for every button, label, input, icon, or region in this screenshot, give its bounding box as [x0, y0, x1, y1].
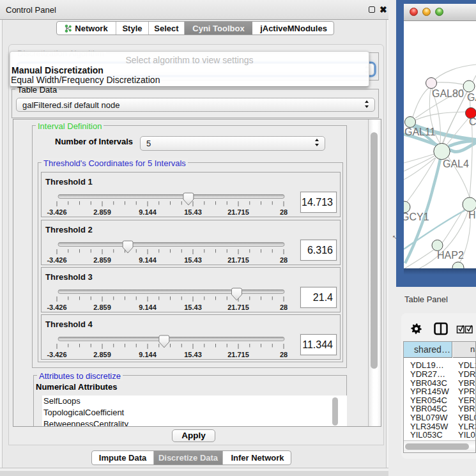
- svg-text:-3.426: -3.426: [47, 351, 66, 358]
- svg-text:2.859: 2.859: [93, 256, 111, 264]
- svg-text:GA: GA: [467, 92, 476, 103]
- svg-text:21.715: 21.715: [227, 208, 249, 216]
- svg-text:9.144: 9.144: [139, 303, 157, 311]
- svg-text:GAL11: GAL11: [404, 127, 436, 137]
- svg-text:21.715: 21.715: [227, 303, 249, 311]
- svg-text:-3.426: -3.426: [47, 208, 66, 216]
- svg-text:15.43: 15.43: [184, 256, 202, 264]
- svg-text:28: 28: [280, 256, 288, 264]
- svg-text:2.859: 2.859: [93, 303, 111, 311]
- svg-text:2.859: 2.859: [93, 208, 111, 216]
- svg-text:-3.426: -3.426: [47, 303, 66, 311]
- svg-text:-3.426: -3.426: [47, 256, 66, 264]
- svg-text:9.144: 9.144: [139, 208, 157, 216]
- svg-text:2.859: 2.859: [93, 351, 111, 358]
- svg-text:28: 28: [280, 351, 288, 358]
- svg-text:9.144: 9.144: [139, 351, 157, 358]
- svg-text:15.43: 15.43: [184, 303, 202, 311]
- svg-text:28: 28: [280, 208, 288, 216]
- svg-text:GCY1: GCY1: [404, 211, 429, 222]
- svg-text:15.43: 15.43: [184, 208, 202, 216]
- svg-text:9.144: 9.144: [139, 256, 157, 264]
- svg-text:GAL80: GAL80: [432, 88, 464, 99]
- svg-text:15.43: 15.43: [184, 351, 202, 358]
- svg-text:28: 28: [280, 303, 288, 311]
- svg-text:21.715: 21.715: [227, 256, 249, 264]
- svg-text:21.715: 21.715: [227, 351, 249, 358]
- svg-text:H: H: [468, 210, 476, 220]
- svg-text:GAL4: GAL4: [443, 158, 469, 169]
- svg-text:HAP2: HAP2: [437, 250, 464, 261]
- svg-text:C: C: [469, 116, 476, 127]
